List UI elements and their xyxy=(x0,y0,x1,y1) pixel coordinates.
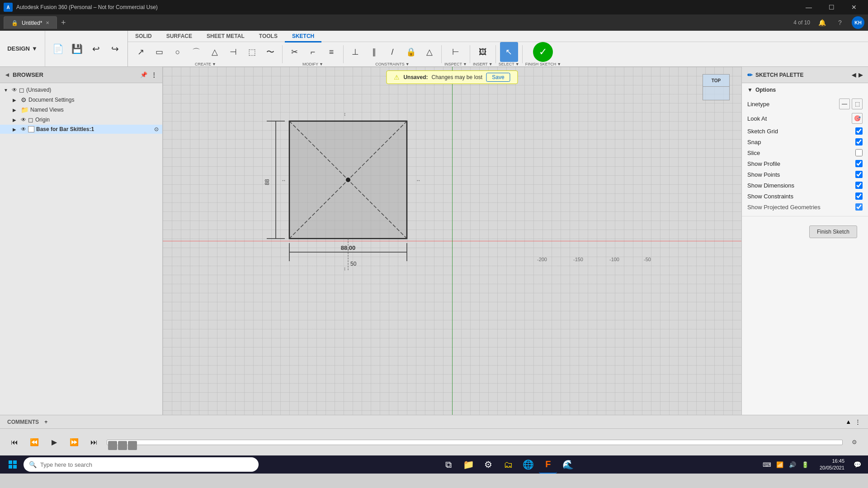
finish-sketch-label[interactable]: FINISH SKETCH▼ xyxy=(525,62,561,66)
line-tool[interactable]: ↗ xyxy=(132,42,150,62)
close-button[interactable]: ✕ xyxy=(844,0,864,14)
minimize-button[interactable]: — xyxy=(798,0,819,14)
design-dropdown[interactable]: DESIGN ▼ xyxy=(0,31,45,66)
start-button[interactable] xyxy=(4,455,22,474)
finish-sketch-toolbar-button[interactable]: ✓ xyxy=(533,42,553,62)
measure-tool[interactable]: ⊢ xyxy=(447,42,465,62)
timeline-settings-button[interactable]: ⚙ xyxy=(848,436,861,449)
taskbar-edge[interactable]: 🌊 xyxy=(559,455,577,474)
maximize-button[interactable]: ☐ xyxy=(821,0,842,14)
active-tab[interactable]: 🔒 Untitled* ✕ xyxy=(4,16,57,29)
arc-tool[interactable]: ⌒ xyxy=(187,42,205,62)
insert-image-tool[interactable]: 🖼 xyxy=(474,42,492,62)
sidebar-collapse-button[interactable]: ◀ xyxy=(5,72,9,77)
look-at-button[interactable]: 🎯 xyxy=(852,113,863,124)
play-button[interactable]: ▶ xyxy=(47,435,61,450)
snap-checkbox[interactable] xyxy=(855,138,863,145)
show-projected-checkbox[interactable] xyxy=(855,203,863,211)
tree-item-named-views[interactable]: ▶ 📁 Named Views xyxy=(0,105,162,115)
ellipse-tool[interactable]: ⬚ xyxy=(243,42,261,62)
user-avatar[interactable]: KH xyxy=(852,16,864,29)
view-cube-top[interactable]: TOP xyxy=(703,74,730,87)
taskbar-chrome[interactable]: 🌐 xyxy=(519,455,537,474)
tab-sketch[interactable]: SKETCH xyxy=(285,31,321,42)
show-constraints-checkbox[interactable] xyxy=(855,192,863,200)
select-label[interactable]: SELECT▼ xyxy=(499,62,519,66)
tab-tools[interactable]: TOOLS xyxy=(252,31,285,42)
taskbar-clock[interactable]: 16:45 20/05/2021 xyxy=(816,458,848,472)
taskbar-file-explorer[interactable]: 📁 xyxy=(459,455,477,474)
tree-item-origin[interactable]: ▶ 👁 ◻ Origin xyxy=(0,115,162,125)
notification-center-button[interactable]: 💬 xyxy=(850,455,864,474)
perpendicular-constraint[interactable]: ⊥ xyxy=(346,42,364,62)
battery-icon[interactable]: 🔋 xyxy=(800,459,811,470)
palette-options-header[interactable]: ▼ Options xyxy=(747,87,863,93)
linetype-solid-button[interactable]: — xyxy=(839,99,850,109)
timeline-marker-1[interactable] xyxy=(108,441,117,450)
prev-end-button[interactable]: ⏮ xyxy=(7,435,22,450)
rectangle-tool[interactable]: ▭ xyxy=(150,42,168,62)
keyboard-icon[interactable]: ⌨ xyxy=(762,459,773,470)
taskbar-settings[interactable]: ⚙ xyxy=(479,455,497,474)
tangent-constraint[interactable]: / xyxy=(383,42,401,62)
sketch-grid-checkbox[interactable] xyxy=(855,127,863,135)
modify-label[interactable]: MODIFY▼ xyxy=(302,62,323,66)
lock-constraint[interactable]: 🔒 xyxy=(402,42,420,62)
comments-menu[interactable]: ⋮ xyxy=(855,418,861,425)
new-button[interactable]: 📄 xyxy=(49,39,67,59)
notifications-button[interactable]: 🔔 xyxy=(816,16,828,29)
target-icon[interactable]: ⊙ xyxy=(154,126,159,132)
slice-checkbox[interactable] xyxy=(855,149,863,156)
view-cube-front[interactable] xyxy=(703,87,730,100)
show-profile-checkbox[interactable] xyxy=(855,160,863,167)
triangle-tool[interactable]: △ xyxy=(206,42,224,62)
tab-sheet-metal[interactable]: SHEET METAL xyxy=(199,31,252,42)
help-button[interactable]: ? xyxy=(834,16,846,29)
comments-collapse[interactable]: ▲ xyxy=(845,418,851,425)
network-icon[interactable]: 📶 xyxy=(774,459,785,470)
save-link[interactable]: Save xyxy=(486,73,510,82)
add-tab-button[interactable]: + xyxy=(57,16,70,29)
browser-pin-button[interactable]: 📌 xyxy=(140,71,147,78)
midpoint-constraint[interactable]: △ xyxy=(420,42,439,62)
circle-tool[interactable]: ○ xyxy=(169,42,187,62)
volume-icon[interactable]: 🔊 xyxy=(787,459,798,470)
show-points-checkbox[interactable] xyxy=(855,171,863,178)
taskbar-task-view[interactable]: ⧉ xyxy=(439,455,458,474)
linetype-construction-button[interactable]: ⬚ xyxy=(852,99,863,109)
parallel-constraint[interactable]: ∥ xyxy=(365,42,383,62)
taskbar-folder[interactable]: 🗂 xyxy=(499,455,517,474)
tab-solid[interactable]: SOLID xyxy=(128,31,159,42)
finish-sketch-button[interactable]: Finish Sketch xyxy=(809,225,857,238)
fillet-tool[interactable]: ⌐ xyxy=(304,42,322,62)
taskbar-fusion360[interactable]: F xyxy=(539,455,557,474)
tree-item-doc-settings[interactable]: ▶ ⚙ Document Settings xyxy=(0,95,162,105)
show-dimensions-checkbox[interactable] xyxy=(855,182,863,189)
next-button[interactable]: ⏩ xyxy=(67,435,81,450)
next-end-button[interactable]: ⏭ xyxy=(87,435,101,450)
prev-button[interactable]: ⏪ xyxy=(27,435,42,450)
add-comment-button[interactable]: + xyxy=(44,418,48,425)
offset-tool[interactable]: ≡ xyxy=(322,42,340,62)
inspect-label[interactable]: INSPECT▼ xyxy=(444,62,467,66)
timeline-marker-3[interactable] xyxy=(128,441,137,450)
constraints-label[interactable]: CONSTRAINTS▼ xyxy=(375,62,409,66)
save-button[interactable]: 💾 xyxy=(68,39,86,59)
view-cube[interactable]: TOP xyxy=(698,74,734,110)
tree-item-base-skittles[interactable]: ▶ 👁 Base for Bar Skittles:1 ⊙ xyxy=(0,125,162,134)
tree-item-unsaved[interactable]: ▼ 👁 ◻ (Unsaved) xyxy=(0,85,162,95)
polygon-tool[interactable]: ⊣ xyxy=(224,42,242,62)
tab-surface[interactable]: SURFACE xyxy=(159,31,199,42)
undo-button[interactable]: ↩ xyxy=(87,39,105,59)
trim-tool[interactable]: ✂ xyxy=(285,42,303,62)
browser-menu-button[interactable]: ⋮ xyxy=(151,71,157,78)
palette-expand-button[interactable]: ▶ xyxy=(859,72,863,78)
taskbar-search-bar[interactable]: 🔍 Type here to search xyxy=(24,457,259,472)
create-label[interactable]: CREATE▼ xyxy=(195,62,216,66)
timeline-marker-2[interactable] xyxy=(118,441,127,450)
tab-close-button[interactable]: ✕ xyxy=(46,20,49,25)
insert-label[interactable]: INSERT▼ xyxy=(473,62,493,66)
timeline-track[interactable] xyxy=(107,440,843,445)
canvas-area[interactable]: ⚠ Unsaved: Changes may be lost Save TOP xyxy=(163,67,741,415)
select-tool[interactable]: ↖ xyxy=(500,42,518,62)
